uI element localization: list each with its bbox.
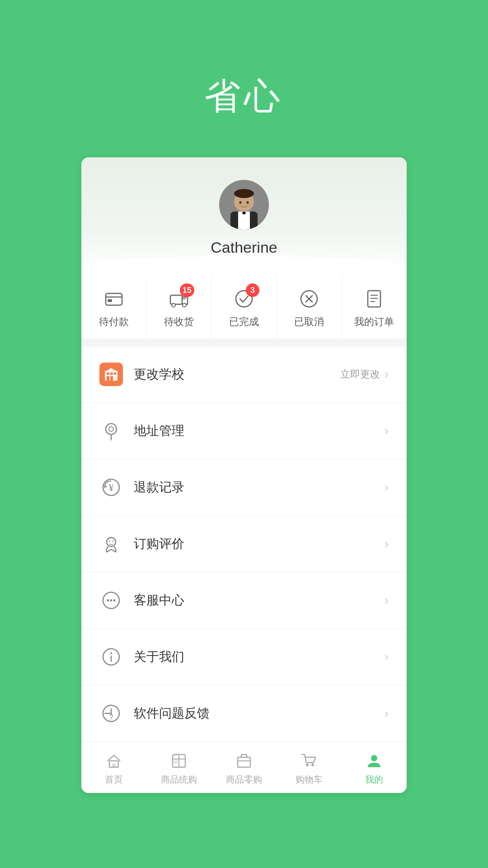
svg-point-34: [107, 538, 116, 547]
menu-item-feedback[interactable]: ? 软件问题反馈 ›: [81, 685, 407, 741]
about-chevron: ›: [385, 650, 389, 664]
svg-point-30: [109, 427, 113, 431]
menu-item-review[interactable]: 订购评价 ›: [81, 516, 407, 572]
nav-bulk-purchase[interactable]: 商品统购: [146, 742, 211, 793]
nav-retail[interactable]: 商品零购: [211, 742, 277, 793]
menu-item-address-label: 地址管理: [134, 422, 385, 439]
tab-pending-pay[interactable]: 待付款: [81, 274, 146, 339]
menu-item-change-school[interactable]: 更改学校 立即更改 ›: [81, 346, 407, 403]
tab-pending-pay-label: 待付款: [99, 315, 129, 329]
svg-rect-27: [110, 376, 113, 381]
profile-nav-icon: [364, 751, 384, 771]
nav-home-label: 首页: [105, 774, 123, 786]
tab-completed-label: 已完成: [229, 315, 259, 329]
svg-rect-28: [114, 373, 116, 375]
svg-rect-53: [174, 760, 178, 764]
svg-rect-49: [112, 764, 116, 767]
menu-item-change-school-label: 更改学校: [134, 366, 340, 383]
svg-point-56: [306, 764, 309, 766]
svg-text:?: ?: [109, 713, 113, 721]
svg-rect-12: [170, 295, 182, 304]
svg-point-57: [311, 764, 314, 766]
info-icon: [99, 645, 123, 669]
bulk-icon: [169, 751, 189, 771]
app-title: 省心: [204, 72, 284, 121]
menu-item-review-label: 订购评价: [134, 535, 385, 552]
order-tabs: 待付款 15 待收货 3: [81, 274, 407, 339]
school-icon: [99, 363, 123, 386]
pending-receive-badge: 15: [180, 283, 194, 297]
tab-completed[interactable]: 3 已完成: [211, 274, 277, 339]
profile-header: Catherine: [81, 157, 407, 274]
location-icon: [99, 419, 123, 443]
svg-rect-26: [107, 376, 109, 381]
refund-icon: ¥: [99, 476, 123, 499]
svg-point-58: [371, 755, 377, 761]
customer-service-chevron: ›: [385, 593, 389, 608]
svg-point-35: [109, 541, 110, 542]
tab-cancelled-label: 已取消: [294, 315, 324, 329]
feedback-icon: ?: [99, 702, 123, 725]
svg-point-29: [106, 424, 117, 434]
cart-icon: [299, 751, 319, 771]
svg-rect-54: [238, 757, 250, 767]
nav-retail-label: 商品零购: [226, 774, 262, 786]
change-school-chevron: ›: [385, 367, 389, 382]
svg-rect-25: [110, 373, 113, 375]
tab-cancelled[interactable]: 已取消: [277, 274, 342, 339]
tab-pending-receive[interactable]: 15 待收货: [146, 274, 211, 339]
change-school-action: 立即更改: [340, 368, 380, 381]
avatar[interactable]: [219, 180, 269, 230]
menu-item-refund-label: 退款记录: [134, 479, 385, 496]
menu-item-customer-service[interactable]: 客服中心 ›: [81, 572, 407, 629]
chat-icon: [99, 589, 123, 612]
svg-point-39: [110, 599, 113, 602]
menu-item-customer-service-label: 客服中心: [134, 592, 385, 609]
svg-rect-11: [108, 299, 112, 302]
tab-my-orders-label: 我的订单: [354, 315, 394, 329]
svg-point-40: [113, 599, 116, 602]
nav-cart-label: 购物车: [296, 774, 323, 786]
refund-chevron: ›: [385, 480, 389, 495]
nav-profile-label: 我的: [365, 774, 383, 786]
menu-item-refund[interactable]: ¥ 退款记录 ›: [81, 459, 407, 516]
tab-my-orders[interactable]: 我的订单: [342, 274, 407, 339]
home-icon: [104, 751, 124, 771]
nav-bulk-label: 商品统购: [161, 774, 197, 786]
completed-badge: 3: [246, 283, 259, 297]
address-chevron: ›: [385, 424, 389, 438]
svg-point-42: [110, 652, 112, 654]
username: Catherine: [211, 239, 277, 256]
svg-point-36: [113, 541, 114, 542]
feedback-chevron: ›: [385, 706, 389, 721]
svg-point-8: [247, 201, 249, 204]
tab-pending-receive-label: 待收货: [164, 315, 194, 329]
svg-point-14: [183, 303, 186, 307]
retail-icon: [234, 751, 254, 771]
menu-item-address[interactable]: 地址管理 ›: [81, 403, 407, 459]
nav-profile[interactable]: 我的: [342, 742, 407, 793]
svg-point-13: [172, 303, 175, 307]
nav-cart[interactable]: 购物车: [277, 742, 342, 793]
svg-point-38: [107, 599, 109, 602]
menu-list: 更改学校 立即更改 › 地址管理 ›: [81, 346, 407, 741]
nav-home[interactable]: 首页: [81, 742, 146, 793]
menu-item-feedback-label: 软件问题反馈: [134, 705, 385, 722]
svg-text:¥: ¥: [109, 482, 114, 493]
svg-rect-24: [107, 373, 109, 375]
svg-point-6: [236, 191, 252, 198]
main-card: Catherine 待付款: [81, 157, 407, 793]
review-chevron: ›: [385, 537, 389, 551]
svg-point-7: [239, 201, 242, 204]
menu-item-about[interactable]: 关于我们 ›: [81, 629, 407, 685]
bottom-nav: 首页 商品统购 商品零购: [81, 741, 407, 793]
review-icon: [99, 532, 123, 556]
menu-item-about-label: 关于我们: [134, 648, 385, 665]
svg-rect-9: [106, 293, 122, 305]
